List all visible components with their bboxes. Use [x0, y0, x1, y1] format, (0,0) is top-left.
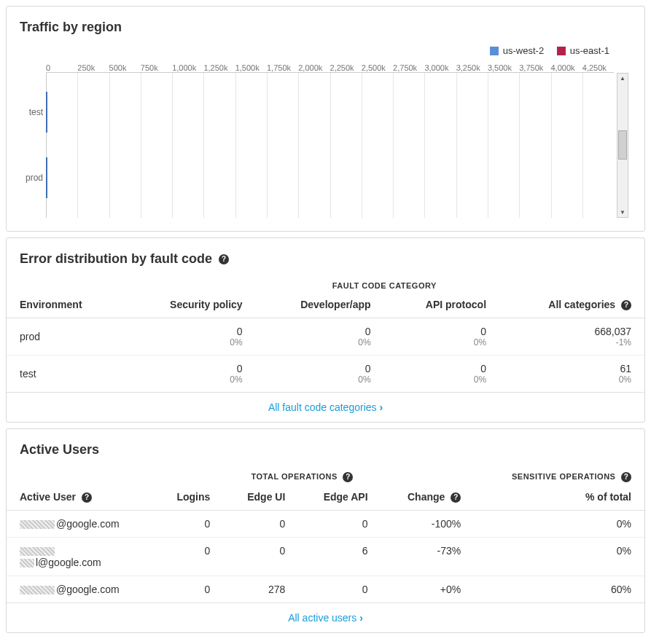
error-distribution-card: Error distribution by fault code ? FAULT… — [6, 237, 645, 423]
col-change[interactable]: Change ? — [381, 484, 475, 511]
col-all-categories[interactable]: All categories ? — [499, 291, 644, 318]
help-icon[interactable]: ? — [219, 254, 229, 264]
col-logins[interactable]: Logins — [154, 484, 224, 511]
bar-test-us-west-2[interactable] — [46, 92, 47, 133]
table-row[interactable]: prod 00% 00% 00% 668,037-1% — [7, 318, 644, 355]
active-users-table: TOTAL OPERATIONS ? SENSITIVE OPERATIONS … — [7, 465, 644, 603]
help-icon[interactable]: ? — [451, 492, 461, 503]
category-label: prod — [20, 173, 43, 183]
x-axis-ticks: 0 250k 500k 750k 1,000k 1,250k 1,500k 1,… — [46, 63, 631, 72]
bar-prod-us-west-2[interactable] — [46, 157, 47, 198]
col-edge-ui[interactable]: Edge UI — [223, 484, 298, 511]
chevron-right-icon: › — [359, 612, 363, 624]
col-security-policy[interactable]: Security policy — [125, 291, 256, 318]
scroll-down-icon[interactable]: ▼ — [620, 209, 625, 216]
legend-item-us-west-2[interactable]: us-west-2 — [490, 45, 544, 56]
col-edge-api[interactable]: Edge API — [298, 484, 381, 511]
col-developer-app[interactable]: Developer/app — [256, 291, 384, 318]
chart-legend: us-west-2 us-east-1 — [20, 42, 631, 63]
scroll-up-icon[interactable]: ▲ — [620, 75, 625, 82]
redacted-icon — [20, 586, 55, 594]
chart-scrollbar[interactable]: ▲ ▼ — [617, 73, 628, 218]
traffic-by-region-card: Traffic by region us-west-2 us-east-1 0 … — [6, 6, 645, 232]
table-row[interactable]: @google.com 0 278 0 +0% 60% — [7, 576, 644, 603]
user-cell: @google.com — [7, 576, 154, 603]
swatch-icon — [490, 47, 499, 55]
col-active-user[interactable]: Active User ? — [7, 484, 154, 511]
plot-area: test prod ▲ ▼ — [46, 72, 614, 218]
chevron-right-icon: › — [379, 401, 383, 413]
help-icon[interactable]: ? — [82, 492, 92, 503]
legend-item-us-east-1[interactable]: us-east-1 — [557, 45, 609, 56]
total-operations-header: TOTAL OPERATIONS ? — [223, 465, 381, 484]
table-row[interactable]: @google.com 0 0 0 -100% 0% — [7, 511, 644, 538]
legend-label: us-west-2 — [503, 45, 544, 56]
col-pct-total[interactable]: % of total — [474, 484, 644, 511]
col-environment[interactable]: Environment — [7, 291, 125, 318]
table-row[interactable]: l@google.com 0 0 6 -73% 0% — [7, 538, 644, 576]
user-cell: l@google.com — [7, 538, 154, 576]
help-icon[interactable]: ? — [621, 300, 631, 310]
active-users-title: Active Users — [7, 429, 644, 465]
redacted-icon — [20, 520, 55, 529]
scroll-thumb[interactable] — [618, 130, 627, 160]
legend-label: us-east-1 — [570, 45, 609, 56]
all-active-users-link[interactable]: All active users › — [7, 603, 644, 632]
user-cell: @google.com — [7, 511, 154, 538]
redacted-icon — [20, 559, 34, 568]
table-row[interactable]: test 00% 00% 00% 610% — [7, 355, 644, 392]
error-table: FAULT CODE CATEGORY Environment Security… — [7, 274, 644, 393]
col-api-protocol[interactable]: API protocol — [384, 291, 499, 318]
error-title: Error distribution by fault code ? — [7, 238, 644, 274]
help-icon[interactable]: ? — [343, 472, 353, 482]
traffic-chart: us-west-2 us-east-1 0 250k 500k 750k 1,0… — [7, 42, 644, 231]
swatch-icon — [557, 47, 566, 55]
traffic-title: Traffic by region — [7, 7, 644, 42]
sensitive-operations-header: SENSITIVE OPERATIONS ? — [474, 465, 644, 484]
help-icon[interactable]: ? — [621, 472, 631, 482]
bar-row-prod: prod — [46, 157, 47, 198]
bar-row-test: test — [46, 92, 47, 133]
redacted-icon — [20, 547, 55, 556]
gridlines — [46, 73, 614, 218]
active-users-card: Active Users TOTAL OPERATIONS ? SENSITIV… — [6, 428, 645, 633]
all-fault-codes-link[interactable]: All fault code categories › — [7, 393, 644, 422]
fault-code-category-header: FAULT CODE CATEGORY — [125, 274, 644, 291]
category-label: test — [20, 107, 43, 117]
